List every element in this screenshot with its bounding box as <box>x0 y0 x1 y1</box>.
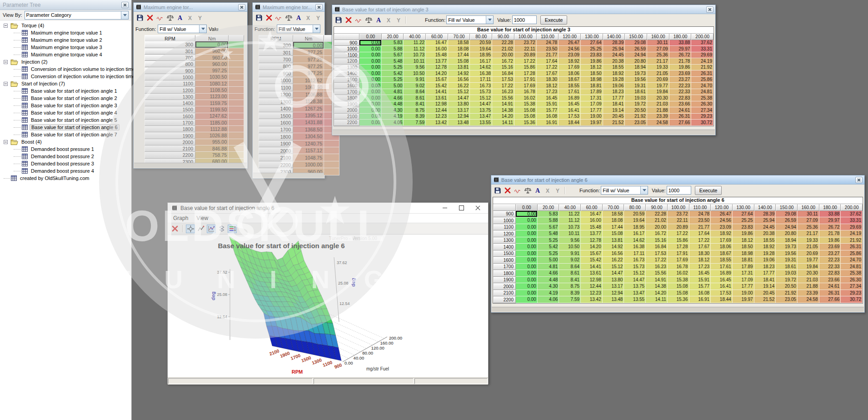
tree-node[interactable]: Base value for start of injection angle … <box>0 131 131 138</box>
table-cell[interactable]: 29.23 <box>841 290 863 297</box>
table-cell[interactable]: 33.88 <box>669 40 692 46</box>
tree-node[interactable]: Injection (2) <box>0 58 131 65</box>
tree-node[interactable]: Base value for start of injection angle … <box>0 87 131 95</box>
table-cell[interactable]: 5.25 <box>382 77 404 83</box>
tree-node[interactable]: Boost (4) <box>0 138 131 145</box>
table-cell[interactable]: 0.00 <box>359 101 382 108</box>
injection-map-window-angle-3[interactable]: Base value for start of injection angle … <box>332 5 716 135</box>
table-cell[interactable]: 19.00 <box>733 290 754 297</box>
table-cell[interactable]: 0.00 <box>359 52 382 59</box>
tree-node[interactable]: Maximum engine torque value 4 <box>0 51 131 58</box>
table-cell[interactable]: 19.84 <box>798 264 819 270</box>
row-header[interactable]: 1100 <box>334 52 359 59</box>
table-cell[interactable]: 15.16 <box>646 237 668 244</box>
table-cell[interactable]: 19.73 <box>625 70 647 77</box>
table-cell[interactable]: 17.23 <box>689 264 711 270</box>
table-cell[interactable]: 13.75 <box>624 283 646 290</box>
column-header[interactable]: 130.00 <box>581 34 603 40</box>
table-cell[interactable]: 15.08 <box>603 230 624 237</box>
table-cell[interactable]: 15.36 <box>668 296 689 303</box>
table-cell[interactable]: 21.88 <box>647 107 669 114</box>
table-cell[interactable]: 19.06 <box>754 257 776 264</box>
row-header[interactable]: 2200 <box>145 152 195 158</box>
delete-icon[interactable] <box>503 186 512 195</box>
table-cell[interactable]: 19.03 <box>776 270 798 277</box>
column-header[interactable]: 130.00 <box>733 204 754 211</box>
table-cell[interactable]: 19.84 <box>647 89 669 95</box>
table-cell[interactable] <box>229 41 244 48</box>
table-cell[interactable]: 17.89 <box>581 89 603 95</box>
table-cell[interactable]: 4.06 <box>538 296 559 303</box>
table-cell[interactable]: 17.22 <box>514 58 537 65</box>
table-cell[interactable]: 13.47 <box>624 290 646 297</box>
column-header[interactable]: 80.00 <box>470 34 492 40</box>
column-header[interactable]: 40.00 <box>559 204 581 211</box>
table-cell[interactable]: 8.61 <box>404 95 426 101</box>
surface-layers-icon[interactable] <box>217 225 226 233</box>
table-cell[interactable]: 20.00 <box>646 224 668 231</box>
table-cell[interactable]: 5.42 <box>538 244 559 250</box>
table-cell[interactable]: 20.80 <box>776 230 798 237</box>
table-cell[interactable]: 37.62 <box>841 211 863 218</box>
table-cell[interactable]: 960.00 <box>195 48 229 55</box>
table-cell[interactable]: 28.39 <box>603 40 625 46</box>
table-cell[interactable]: 23.05 <box>625 120 647 126</box>
table-cell[interactable]: 18.08 <box>448 46 470 52</box>
table-cell[interactable]: 23.50 <box>537 46 559 52</box>
table-cell[interactable]: 19.28 <box>603 77 625 83</box>
table-cell[interactable]: 14.20 <box>581 244 603 250</box>
table-cell[interactable]: 21.05 <box>647 70 669 77</box>
maximize-icon[interactable] <box>454 204 468 212</box>
table-cell[interactable]: 0.00 <box>516 250 538 257</box>
table-cell[interactable]: 19.14 <box>603 107 625 114</box>
row-header[interactable]: 900 <box>145 67 195 74</box>
table-cell[interactable]: 955.00 <box>195 139 229 145</box>
table-cell[interactable]: 5.48 <box>538 230 559 237</box>
table-cell[interactable]: 17.22 <box>492 83 514 89</box>
table-cell[interactable] <box>229 139 244 145</box>
table-cell[interactable]: 13.61 <box>581 270 603 277</box>
table-cell[interactable]: 16.22 <box>448 83 470 89</box>
table-cell[interactable]: 23.27 <box>819 250 841 257</box>
table-cell[interactable]: 16.91 <box>537 120 559 126</box>
table-cell[interactable]: 15.08 <box>668 290 689 297</box>
table-cell[interactable]: 1240.75 <box>293 140 324 147</box>
table-cell[interactable]: 19.06 <box>603 83 625 89</box>
table-cell[interactable]: 22.33 <box>819 264 841 270</box>
table-cell[interactable]: 17.22 <box>668 230 689 237</box>
table-cell[interactable]: 15.08 <box>448 58 470 65</box>
table-cell[interactable]: 16.23 <box>646 264 668 270</box>
table-cell[interactable]: 15.48 <box>581 224 603 231</box>
table-cell[interactable]: 16.45 <box>537 95 559 101</box>
table-cell[interactable]: 17.22 <box>689 237 711 244</box>
window-titlebar[interactable]: Base value for start of injection angle … <box>168 203 488 214</box>
column-header[interactable]: 200.00 <box>691 34 713 40</box>
row-header[interactable]: 1600 <box>334 83 359 89</box>
table-cell[interactable]: 8.39 <box>404 114 426 120</box>
tree-node[interactable]: Demanded boost pressure 1 <box>0 145 131 153</box>
axis-x-icon[interactable]: X <box>185 13 195 22</box>
table-cell[interactable]: 21.52 <box>754 296 776 303</box>
table-cell[interactable]: 24.70 <box>841 257 863 264</box>
table-cell[interactable]: 0.00 <box>293 42 324 49</box>
axis-y-icon[interactable]: Y <box>394 15 403 24</box>
table-cell[interactable]: 11.22 <box>559 211 581 218</box>
table-cell[interactable]: 20.38 <box>754 230 776 237</box>
table-cell[interactable]: 17.31 <box>581 95 603 101</box>
table-cell[interactable]: 19.86 <box>819 237 841 244</box>
table-cell[interactable] <box>324 168 339 175</box>
table-cell[interactable]: 19.31 <box>625 83 647 89</box>
tree-node[interactable]: Base value for start of injection angle … <box>0 124 131 131</box>
row-header[interactable]: 1900 <box>493 277 516 284</box>
minimize-icon[interactable] <box>438 204 452 212</box>
axis-x-icon[interactable]: X <box>304 13 313 22</box>
table-cell[interactable]: 16.72 <box>646 230 668 237</box>
edit-values-icon[interactable]: A <box>374 15 383 24</box>
table-cell[interactable]: 16.73 <box>470 83 492 89</box>
table-cell[interactable]: 12.23 <box>581 290 603 297</box>
row-header[interactable]: 1200 <box>259 91 293 98</box>
table-cell[interactable]: 27.34 <box>841 283 863 290</box>
table-cell[interactable]: 20.69 <box>647 77 669 83</box>
tree-node[interactable]: Base value for start of injection angle … <box>0 102 131 109</box>
table-cell[interactable]: 16.38 <box>624 244 646 250</box>
